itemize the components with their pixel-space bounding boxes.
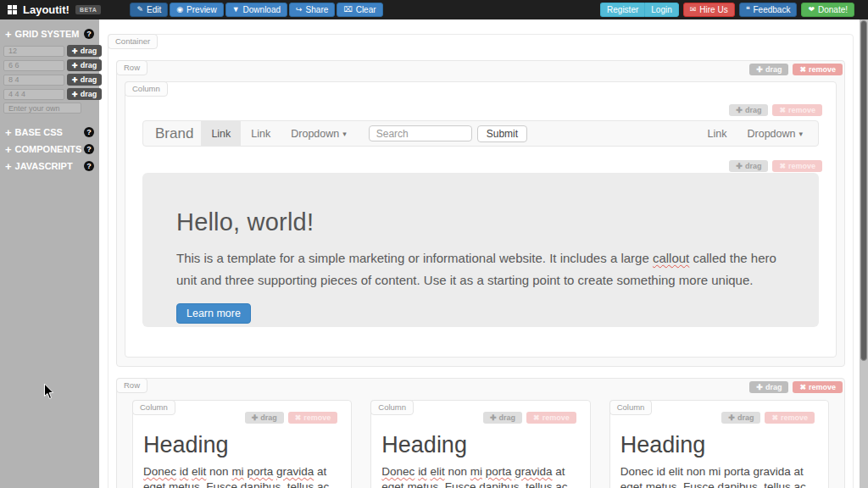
widget-controls: ✚ drag ✖ remove: [139, 160, 822, 172]
bootstrap-container[interactable]: Container Row ✚ drag ✖ remove Column ✚: [108, 34, 854, 488]
preview-nav-link-active[interactable]: Link: [201, 121, 241, 146]
hero-unit-widget: Hello, world! This is a template for a s…: [142, 173, 819, 327]
column-label: Column: [125, 81, 168, 97]
drag-handle[interactable]: ✚ drag: [67, 88, 102, 100]
app-title: Layoutit!: [23, 3, 70, 16]
hire-us-button[interactable]: ✉ Hire Us: [683, 3, 735, 17]
grid-preset-input-4-4-4[interactable]: [3, 89, 64, 100]
widget-controls: ✚ drag ✖ remove: [385, 412, 576, 424]
help-icon[interactable]: ?: [84, 144, 94, 154]
donate-button[interactable]: ❤ Donate!: [801, 3, 854, 17]
preview-nav-link-right[interactable]: Link: [698, 121, 737, 146]
expand-icon: +: [5, 143, 12, 156]
preview-button[interactable]: ◉ Preview: [170, 3, 223, 17]
widget-remove-button[interactable]: ✖ remove: [772, 104, 822, 116]
move-icon: ✚: [72, 62, 78, 69]
expand-icon: +: [5, 126, 12, 139]
remove-x-icon: ✖: [799, 65, 806, 74]
preview-nav-link[interactable]: Link: [241, 121, 281, 146]
beta-badge: BETA: [75, 5, 102, 14]
sidebar-section-label: COMPONENTS: [15, 144, 82, 154]
register-button[interactable]: Register: [600, 3, 644, 17]
grid-column[interactable]: Column ✚ drag ✖ remove Heading Donec id …: [370, 400, 590, 488]
download-button[interactable]: ▼ Download: [225, 3, 287, 17]
widget-controls: ✚ drag ✖ remove: [147, 412, 337, 424]
widget-remove-button[interactable]: ✖ remove: [765, 412, 815, 424]
widget-remove-button[interactable]: ✖ remove: [772, 160, 822, 172]
move-icon: ✚: [72, 76, 78, 84]
help-icon[interactable]: ?: [84, 127, 94, 137]
learn-more-button[interactable]: Learn more: [176, 303, 251, 324]
custom-grid-row: [0, 103, 99, 114]
custom-grid-input[interactable]: [3, 103, 81, 114]
preview-search-input[interactable]: [369, 125, 472, 141]
widget-drag-button[interactable]: ✚ drag: [721, 412, 760, 424]
grid-preset-input-8-4[interactable]: [3, 75, 64, 86]
login-button[interactable]: Login: [644, 3, 678, 17]
preview-brand[interactable]: Brand: [143, 125, 201, 142]
row-remove-button[interactable]: ✖ remove: [793, 381, 843, 393]
drag-handle[interactable]: ✚ drag: [67, 45, 102, 57]
grid-preset-row: ✚ drag: [0, 59, 99, 71]
remove-x-icon: ✖: [771, 413, 778, 422]
preview-navbar-widget: Brand Link Link Dropdown ▾ Submit Link D…: [142, 120, 819, 147]
grid-column[interactable]: Column ✚ drag ✖ remove Brand Link Link: [125, 81, 837, 358]
grid-column[interactable]: Column ✚ drag ✖ remove Heading Donec id …: [132, 400, 352, 488]
row-controls: ✚ drag ✖ remove: [749, 381, 843, 393]
preview-nav-dropdown-right[interactable]: Dropdown ▾: [737, 121, 813, 146]
container-label: Container: [108, 34, 158, 49]
column-text: Donec id elit non mi porta gravida at eg…: [620, 464, 818, 488]
sidebar-section-javascript[interactable]: + JAVASCRIPT ?: [0, 158, 99, 175]
column-text: Donec id elit non mi porta gravida at eg…: [381, 464, 579, 488]
move-icon: ✚: [72, 91, 78, 98]
move-icon: ✚: [736, 106, 743, 114]
sidebar-section-label: BASE CSS: [15, 127, 63, 137]
scrollbar-thumb[interactable]: [860, 20, 867, 361]
help-icon[interactable]: ?: [84, 161, 94, 171]
sidebar: + GRID SYSTEM ? ✚ drag ✚ drag ✚ drag ✚ d…: [0, 19, 99, 488]
grid-row[interactable]: Row ✚ drag ✖ remove Column ✚ drag: [116, 60, 845, 367]
row-drag-button[interactable]: ✚ drag: [749, 381, 788, 393]
grid-preset-input-6-6[interactable]: [3, 60, 64, 71]
grid-preset-input-12[interactable]: [3, 46, 64, 57]
row-label: Row: [116, 378, 147, 393]
move-icon: ✚: [728, 413, 735, 422]
remove-x-icon: ✖: [295, 413, 302, 422]
caret-down-icon: ▾: [342, 130, 347, 138]
edit-button[interactable]: ✎ Edit: [130, 3, 168, 17]
feedback-button[interactable]: ❝ Feedback: [739, 3, 798, 17]
clear-button[interactable]: ⌧ Clear: [337, 3, 382, 17]
widget-controls: ✚ drag ✖ remove: [624, 412, 815, 424]
column-heading: Heading: [143, 432, 341, 458]
vertical-scrollbar[interactable]: [860, 19, 868, 488]
widget-remove-button[interactable]: ✖ remove: [288, 412, 338, 424]
sidebar-section-grid-system[interactable]: + GRID SYSTEM ?: [0, 25, 99, 42]
widget-controls: ✚ drag ✖ remove: [139, 104, 822, 116]
sidebar-section-components[interactable]: + COMPONENTS ?: [0, 141, 99, 158]
grid-row[interactable]: Row ✚ drag ✖ remove Column ✚ d: [116, 378, 845, 488]
column-heading: Heading: [381, 432, 579, 458]
sidebar-section-base-css[interactable]: + BASE CSS ?: [0, 124, 99, 141]
preview-nav-dropdown[interactable]: Dropdown ▾: [281, 121, 357, 146]
widget-drag-button[interactable]: ✚ drag: [245, 412, 284, 424]
widget-drag-button[interactable]: ✚ drag: [483, 412, 522, 424]
top-navbar: Layoutit! BETA ✎ Edit ◉ Preview ▼ Downlo…: [0, 0, 868, 19]
row-drag-button[interactable]: ✚ drag: [749, 64, 788, 75]
hero-title: Hello, world!: [176, 208, 785, 236]
preview-submit-button[interactable]: Submit: [477, 125, 527, 142]
grid-column[interactable]: Column ✚ drag ✖ remove Heading Donec id …: [609, 400, 829, 488]
drag-handle[interactable]: ✚ drag: [67, 59, 102, 71]
column-text: Donec id elit non mi porta gravida at eg…: [143, 464, 341, 488]
three-column-group: Column ✚ drag ✖ remove Heading Donec id …: [125, 379, 837, 488]
share-button[interactable]: ↪ Share: [289, 3, 335, 17]
widget-drag-button[interactable]: ✚ drag: [729, 160, 768, 172]
grid-preset-row: ✚ drag: [0, 88, 99, 100]
widget-drag-button[interactable]: ✚ drag: [729, 104, 768, 116]
widget-remove-button[interactable]: ✖ remove: [526, 412, 576, 424]
envelope-icon: ✉: [690, 6, 697, 14]
row-remove-button[interactable]: ✖ remove: [793, 64, 843, 75]
move-icon: ✚: [756, 383, 763, 391]
trash-icon: ⌧: [343, 6, 352, 14]
drag-handle[interactable]: ✚ drag: [67, 74, 102, 86]
help-icon[interactable]: ?: [84, 29, 94, 39]
